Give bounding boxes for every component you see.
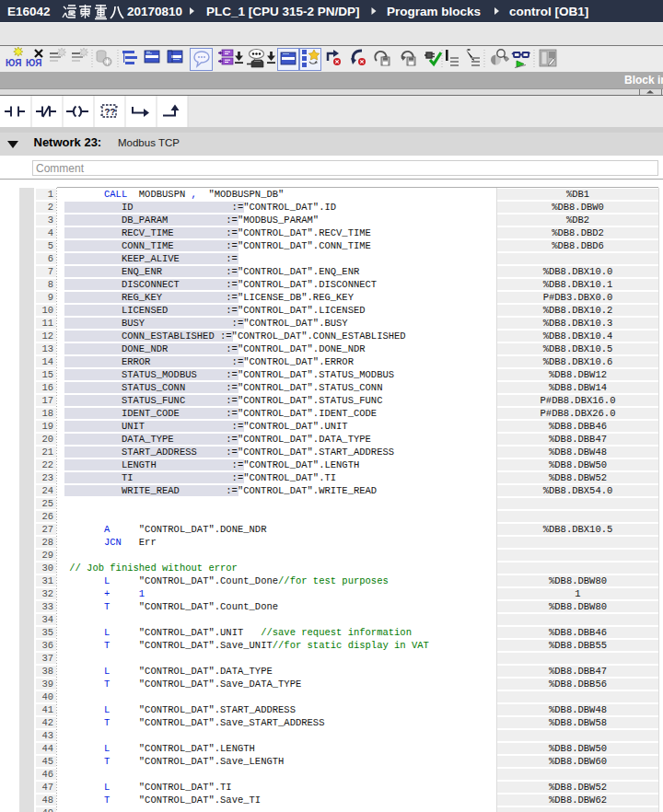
svg-text:??: ?? — [105, 108, 116, 118]
